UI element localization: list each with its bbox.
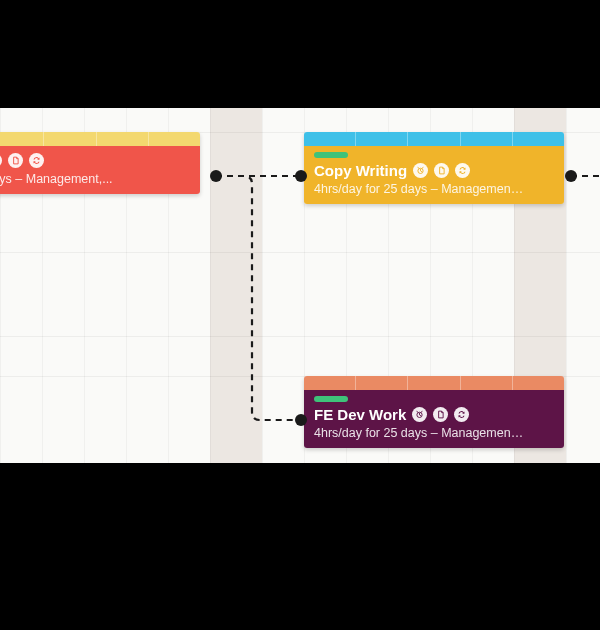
- row-divider: [0, 336, 600, 337]
- day-column: [262, 108, 304, 463]
- gantt-viewport[interactable]: signfor 25 days – Management,...Copy Wri…: [0, 108, 600, 463]
- task-title-row: FE Dev Work: [314, 406, 554, 423]
- link-node[interactable]: [295, 414, 307, 426]
- task-title: FE Dev Work: [314, 406, 406, 423]
- progress-indicator: [314, 396, 348, 402]
- day-column: [210, 108, 262, 463]
- task-allocation-header: [0, 132, 200, 146]
- row-divider: [0, 252, 600, 253]
- task-subtitle: 4hrs/day for 25 days – Managemen…: [314, 182, 554, 196]
- link-node[interactable]: [565, 170, 577, 182]
- task-title-row: Copy Writing: [314, 162, 554, 179]
- task-card-copy-writing[interactable]: Copy Writing4hrs/day for 25 days – Manag…: [304, 132, 564, 204]
- task-subtitle: 4hrs/day for 25 days – Managemen…: [314, 426, 554, 440]
- repeat-icon[interactable]: [454, 407, 469, 422]
- task-title-row: sign: [0, 152, 190, 169]
- task-allocation-header: [304, 376, 564, 390]
- doc-icon[interactable]: [434, 163, 449, 178]
- repeat-icon[interactable]: [29, 153, 44, 168]
- doc-icon[interactable]: [8, 153, 23, 168]
- task-allocation-header: [304, 132, 564, 146]
- progress-indicator: [314, 152, 348, 158]
- alarm-icon[interactable]: [412, 407, 427, 422]
- task-body: FE Dev Work4hrs/day for 25 days – Manage…: [304, 390, 564, 448]
- link-node[interactable]: [295, 170, 307, 182]
- alarm-icon[interactable]: [0, 153, 2, 168]
- task-card-design[interactable]: signfor 25 days – Management,...: [0, 132, 200, 194]
- task-card-fe-dev-work[interactable]: FE Dev Work4hrs/day for 25 days – Manage…: [304, 376, 564, 448]
- task-body: signfor 25 days – Management,...: [0, 146, 200, 194]
- link-node[interactable]: [210, 170, 222, 182]
- alarm-icon[interactable]: [413, 163, 428, 178]
- task-title: Copy Writing: [314, 162, 407, 179]
- task-subtitle: for 25 days – Management,...: [0, 172, 190, 186]
- repeat-icon[interactable]: [455, 163, 470, 178]
- task-body: Copy Writing4hrs/day for 25 days – Manag…: [304, 146, 564, 204]
- day-column: [566, 108, 600, 463]
- doc-icon[interactable]: [433, 407, 448, 422]
